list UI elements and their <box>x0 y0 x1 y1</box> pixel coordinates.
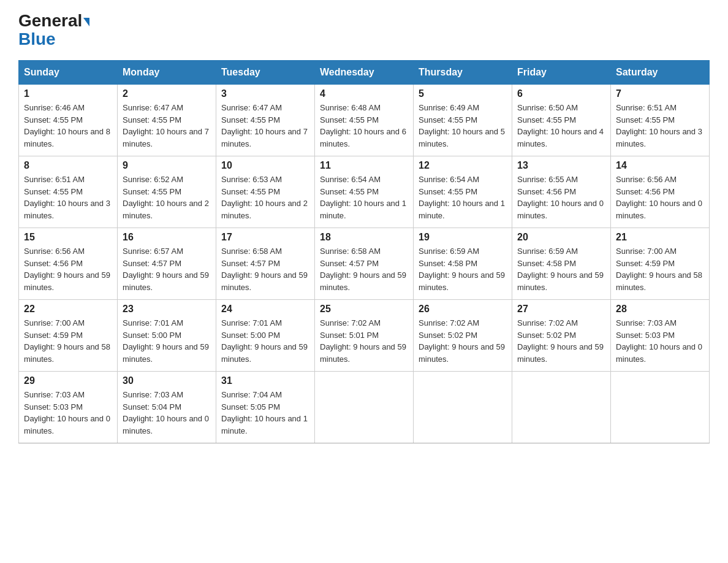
calendar-cell: 26Sunrise: 7:02 AMSunset: 5:02 PMDayligh… <box>414 300 512 372</box>
calendar-cell <box>611 372 710 443</box>
day-number: 30 <box>123 375 211 386</box>
day-number: 29 <box>24 375 112 386</box>
day-number: 20 <box>517 232 605 243</box>
calendar-cell: 30Sunrise: 7:03 AMSunset: 5:04 PMDayligh… <box>118 372 216 443</box>
calendar-cell: 9Sunrise: 6:52 AMSunset: 4:55 PMDaylight… <box>118 156 216 228</box>
day-info: Sunrise: 6:56 AMSunset: 4:56 PMDaylight:… <box>24 245 112 293</box>
day-number: 28 <box>616 304 704 315</box>
calendar-cell <box>315 372 414 443</box>
day-number: 9 <box>123 160 211 171</box>
day-number: 15 <box>24 232 112 243</box>
day-info: Sunrise: 6:56 AMSunset: 4:56 PMDaylight:… <box>616 174 704 221</box>
day-number: 3 <box>221 88 309 99</box>
calendar-header-monday: Monday <box>118 61 216 85</box>
day-info: Sunrise: 6:55 AMSunset: 4:56 PMDaylight:… <box>517 174 605 221</box>
day-number: 5 <box>419 88 507 99</box>
calendar-cell: 17Sunrise: 6:58 AMSunset: 4:57 PMDayligh… <box>216 228 315 300</box>
day-info: Sunrise: 6:52 AMSunset: 4:55 PMDaylight:… <box>123 174 211 221</box>
calendar-cell <box>414 372 512 443</box>
calendar-cell: 24Sunrise: 7:01 AMSunset: 5:00 PMDayligh… <box>216 300 315 372</box>
day-info: Sunrise: 6:47 AMSunset: 4:55 PMDaylight:… <box>123 102 211 150</box>
day-info: Sunrise: 7:04 AMSunset: 5:05 PMDaylight:… <box>221 389 309 437</box>
calendar-week-row: 29Sunrise: 7:03 AMSunset: 5:03 PMDayligh… <box>19 372 710 443</box>
calendar-cell: 27Sunrise: 7:02 AMSunset: 5:02 PMDayligh… <box>512 300 611 372</box>
calendar-cell: 3Sunrise: 6:47 AMSunset: 4:55 PMDaylight… <box>216 85 315 156</box>
day-info: Sunrise: 6:51 AMSunset: 4:55 PMDaylight:… <box>616 102 704 150</box>
day-info: Sunrise: 6:48 AMSunset: 4:55 PMDaylight:… <box>320 102 408 150</box>
calendar-cell: 20Sunrise: 6:59 AMSunset: 4:58 PMDayligh… <box>512 228 611 300</box>
day-number: 31 <box>221 375 309 386</box>
calendar-cell: 16Sunrise: 6:57 AMSunset: 4:57 PMDayligh… <box>118 228 216 300</box>
day-info: Sunrise: 6:47 AMSunset: 4:55 PMDaylight:… <box>221 102 309 150</box>
day-info: Sunrise: 6:51 AMSunset: 4:55 PMDaylight:… <box>24 174 112 221</box>
day-info: Sunrise: 7:02 AMSunset: 5:02 PMDaylight:… <box>419 317 507 365</box>
calendar-cell: 29Sunrise: 7:03 AMSunset: 5:03 PMDayligh… <box>19 372 118 443</box>
day-info: Sunrise: 6:59 AMSunset: 4:58 PMDaylight:… <box>517 245 605 293</box>
day-number: 13 <box>517 160 605 171</box>
calendar-cell: 4Sunrise: 6:48 AMSunset: 4:55 PMDaylight… <box>315 85 414 156</box>
logo: General Blue <box>18 12 89 48</box>
calendar-cell: 10Sunrise: 6:53 AMSunset: 4:55 PMDayligh… <box>216 156 315 228</box>
calendar-week-row: 8Sunrise: 6:51 AMSunset: 4:55 PMDaylight… <box>19 156 710 228</box>
day-info: Sunrise: 6:54 AMSunset: 4:55 PMDaylight:… <box>320 174 408 221</box>
day-info: Sunrise: 6:54 AMSunset: 4:55 PMDaylight:… <box>419 174 507 221</box>
day-number: 26 <box>419 304 507 315</box>
calendar-header-row: SundayMondayTuesdayWednesdayThursdayFrid… <box>19 61 710 85</box>
calendar-cell: 14Sunrise: 6:56 AMSunset: 4:56 PMDayligh… <box>611 156 710 228</box>
calendar-cell: 31Sunrise: 7:04 AMSunset: 5:05 PMDayligh… <box>216 372 315 443</box>
day-info: Sunrise: 7:02 AMSunset: 5:02 PMDaylight:… <box>517 317 605 365</box>
day-number: 14 <box>616 160 704 171</box>
day-number: 4 <box>320 88 408 99</box>
logo-blue: Blue <box>18 31 56 48</box>
page-header: General Blue <box>18 12 710 48</box>
day-number: 6 <box>517 88 605 99</box>
day-info: Sunrise: 6:58 AMSunset: 4:57 PMDaylight:… <box>221 245 309 293</box>
calendar-cell <box>512 372 611 443</box>
calendar-cell: 13Sunrise: 6:55 AMSunset: 4:56 PMDayligh… <box>512 156 611 228</box>
calendar-table: SundayMondayTuesdayWednesdayThursdayFrid… <box>18 60 710 443</box>
day-info: Sunrise: 6:53 AMSunset: 4:55 PMDaylight:… <box>221 174 309 221</box>
day-info: Sunrise: 7:00 AMSunset: 4:59 PMDaylight:… <box>616 245 704 293</box>
day-info: Sunrise: 7:01 AMSunset: 5:00 PMDaylight:… <box>123 317 211 365</box>
calendar-cell: 15Sunrise: 6:56 AMSunset: 4:56 PMDayligh… <box>19 228 118 300</box>
day-number: 10 <box>221 160 309 171</box>
calendar-cell: 18Sunrise: 6:58 AMSunset: 4:57 PMDayligh… <box>315 228 414 300</box>
day-number: 21 <box>616 232 704 243</box>
calendar-cell: 28Sunrise: 7:03 AMSunset: 5:03 PMDayligh… <box>611 300 710 372</box>
day-info: Sunrise: 6:59 AMSunset: 4:58 PMDaylight:… <box>419 245 507 293</box>
day-info: Sunrise: 7:03 AMSunset: 5:04 PMDaylight:… <box>123 389 211 437</box>
day-number: 25 <box>320 304 408 315</box>
calendar-cell: 25Sunrise: 7:02 AMSunset: 5:01 PMDayligh… <box>315 300 414 372</box>
day-info: Sunrise: 7:03 AMSunset: 5:03 PMDaylight:… <box>616 317 704 365</box>
day-info: Sunrise: 6:46 AMSunset: 4:55 PMDaylight:… <box>24 102 112 150</box>
day-info: Sunrise: 6:57 AMSunset: 4:57 PMDaylight:… <box>123 245 211 293</box>
calendar-cell: 12Sunrise: 6:54 AMSunset: 4:55 PMDayligh… <box>414 156 512 228</box>
calendar-cell: 5Sunrise: 6:49 AMSunset: 4:55 PMDaylight… <box>414 85 512 156</box>
day-info: Sunrise: 7:00 AMSunset: 4:59 PMDaylight:… <box>24 317 112 365</box>
day-info: Sunrise: 7:03 AMSunset: 5:03 PMDaylight:… <box>24 389 112 437</box>
calendar-week-row: 15Sunrise: 6:56 AMSunset: 4:56 PMDayligh… <box>19 228 710 300</box>
day-number: 8 <box>24 160 112 171</box>
day-info: Sunrise: 6:58 AMSunset: 4:57 PMDaylight:… <box>320 245 408 293</box>
day-number: 1 <box>24 88 112 99</box>
logo-general: General <box>18 12 89 29</box>
calendar-cell: 2Sunrise: 6:47 AMSunset: 4:55 PMDaylight… <box>118 85 216 156</box>
day-number: 11 <box>320 160 408 171</box>
day-number: 7 <box>616 88 704 99</box>
calendar-cell: 6Sunrise: 6:50 AMSunset: 4:55 PMDaylight… <box>512 85 611 156</box>
day-number: 18 <box>320 232 408 243</box>
day-number: 27 <box>517 304 605 315</box>
calendar-cell: 8Sunrise: 6:51 AMSunset: 4:55 PMDaylight… <box>19 156 118 228</box>
day-number: 17 <box>221 232 309 243</box>
calendar-cell: 19Sunrise: 6:59 AMSunset: 4:58 PMDayligh… <box>414 228 512 300</box>
calendar-cell: 21Sunrise: 7:00 AMSunset: 4:59 PMDayligh… <box>611 228 710 300</box>
calendar-cell: 23Sunrise: 7:01 AMSunset: 5:00 PMDayligh… <box>118 300 216 372</box>
calendar-week-row: 1Sunrise: 6:46 AMSunset: 4:55 PMDaylight… <box>19 85 710 156</box>
day-number: 12 <box>419 160 507 171</box>
day-number: 23 <box>123 304 211 315</box>
calendar-header-tuesday: Tuesday <box>216 61 315 85</box>
calendar-cell: 1Sunrise: 6:46 AMSunset: 4:55 PMDaylight… <box>19 85 118 156</box>
day-number: 19 <box>419 232 507 243</box>
calendar-header-saturday: Saturday <box>611 61 710 85</box>
calendar-header-wednesday: Wednesday <box>315 61 414 85</box>
